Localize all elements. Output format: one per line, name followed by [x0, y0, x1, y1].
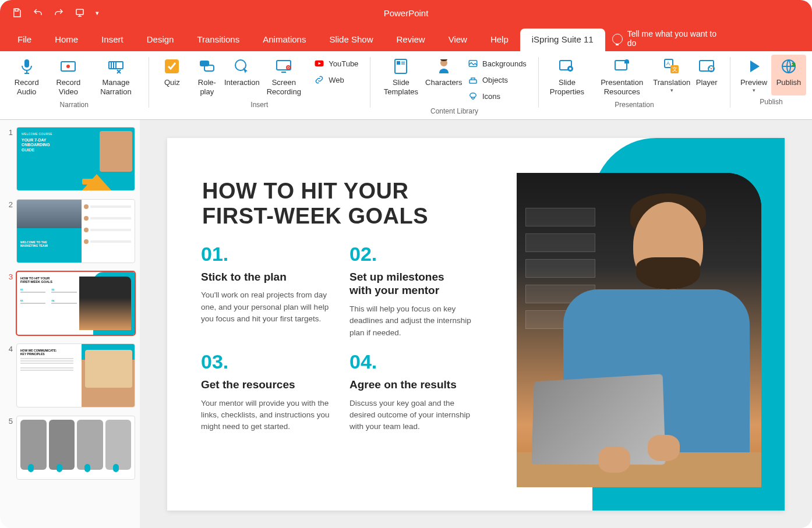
scissors-film-icon — [107, 57, 125, 76]
tab-slideshow[interactable]: Slide Show — [317, 29, 384, 51]
player-icon — [697, 57, 716, 76]
tab-file[interactable]: File — [6, 29, 43, 51]
characters-button[interactable]: Characters — [426, 55, 462, 105]
slide-templates-button[interactable]: Slide Templates — [376, 55, 425, 105]
objects-button[interactable]: Objects — [465, 73, 510, 86]
web-button[interactable]: Web — [312, 73, 347, 86]
manage-narration-button[interactable]: Manage Narration — [89, 55, 142, 98]
svg-rect-20 — [469, 80, 476, 83]
qat-customize-icon[interactable]: ▾ — [96, 9, 99, 17]
slide-title[interactable]: HOW TO HIT YOUR FIRST-WEEK GOALS — [202, 179, 428, 229]
goal-item[interactable]: 02. Set up milestones with your mentor T… — [349, 243, 481, 339]
preview-button[interactable]: Preview ▾ — [736, 55, 771, 95]
presentation-resources-button[interactable]: Presentation Resources — [589, 55, 654, 98]
youtube-button[interactable]: YouTube — [312, 57, 361, 70]
publish-button[interactable]: Publish — [771, 55, 806, 95]
svg-point-34 — [712, 67, 714, 68]
svg-text:A: A — [666, 61, 670, 66]
group-title-content: Content Library — [430, 105, 478, 119]
record-audio-button[interactable]: Record Audio — [6, 55, 47, 98]
undo-icon[interactable] — [33, 8, 43, 18]
svg-rect-0 — [15, 9, 18, 11]
thumb-number: 4 — [5, 343, 13, 407]
redo-icon[interactable] — [54, 8, 64, 18]
slide-properties-button[interactable]: Slide Properties — [545, 55, 590, 98]
camera-icon — [59, 57, 77, 76]
tab-insert[interactable]: Insert — [90, 29, 135, 51]
group-title-insert: Insert — [250, 98, 268, 112]
svg-point-21 — [470, 93, 476, 98]
goal-item[interactable]: 01. Stick to the plan You'll work on rea… — [201, 243, 332, 339]
tab-ispring[interactable]: iSpring Suite 11 — [520, 29, 605, 51]
save-icon[interactable] — [12, 8, 22, 18]
thumb-number: 2 — [5, 199, 13, 263]
slide-photo — [517, 173, 761, 487]
checkmark-icon — [163, 57, 181, 76]
slide-thumbnail-3[interactable]: HOW TO HIT YOUR FIRST-WEEK GOALS 01.02. … — [16, 271, 135, 335]
objects-icon — [468, 75, 478, 85]
slide-thumbnail-1[interactable]: WELCOME COURSE YOUR 7-DAY ONBOARDING GUI… — [16, 127, 135, 191]
group-title-narration: Narration — [60, 98, 89, 112]
svg-text:文: 文 — [672, 66, 677, 72]
translation-icon: A文 — [662, 57, 681, 76]
youtube-icon — [314, 58, 324, 69]
quiz-button[interactable]: Quiz — [154, 55, 189, 98]
slide-thumbnail-2[interactable]: WELCOME TO THE MARKETING TEAM! — [16, 199, 135, 263]
slideshow-from-start-icon[interactable] — [75, 8, 85, 18]
microphone-icon — [17, 57, 36, 76]
character-icon — [435, 57, 453, 76]
interaction-icon — [232, 57, 251, 76]
svg-rect-16 — [401, 62, 405, 63]
roleplay-button[interactable]: Role-play — [189, 55, 224, 98]
svg-point-4 — [66, 65, 70, 68]
player-button[interactable]: Player — [689, 55, 724, 98]
group-title-presentation: Presentation — [615, 98, 654, 112]
backgrounds-icon — [468, 58, 478, 69]
link-icon — [314, 75, 324, 85]
svg-point-12 — [288, 67, 289, 68]
translation-button[interactable]: A文 Translation ▾ — [654, 55, 689, 98]
svg-rect-2 — [24, 59, 29, 68]
speech-bubbles-icon — [197, 57, 216, 76]
chevron-down-icon: ▾ — [670, 87, 673, 93]
interaction-button[interactable]: Interaction — [224, 55, 259, 98]
svg-point-32 — [711, 68, 712, 69]
tab-design[interactable]: Design — [135, 29, 186, 51]
chevron-down-icon: ▾ — [753, 87, 755, 93]
group-title-publish: Publish — [760, 95, 782, 109]
app-title: PowerPoint — [384, 8, 429, 18]
icons-icon — [468, 91, 478, 101]
backgrounds-button[interactable]: Backgrounds — [465, 57, 529, 70]
template-icon — [391, 57, 410, 76]
resources-icon — [613, 57, 631, 76]
svg-rect-17 — [401, 63, 405, 65]
thumb-number: 3 — [5, 271, 13, 335]
tab-view[interactable]: View — [437, 29, 479, 51]
slide-thumbnail-4[interactable]: HOW WE COMMUNICATE: KEY PRINCIPLES — [16, 343, 135, 407]
slide-thumbnails-panel: 1 WELCOME COURSE YOUR 7-DAY ONBOARDING G… — [0, 120, 140, 528]
slide-canvas[interactable]: HOW TO HIT YOUR FIRST-WEEK GOALS 01. Sti… — [140, 120, 812, 528]
goal-item[interactable]: 04. Agree on the results Discuss your ke… — [349, 350, 481, 433]
tab-home[interactable]: Home — [43, 29, 90, 51]
record-video-button[interactable]: Record Video — [47, 55, 89, 98]
lightbulb-icon — [612, 34, 623, 44]
icons-button[interactable]: Icons — [465, 90, 503, 102]
tab-animations[interactable]: Animations — [251, 29, 317, 51]
goal-item[interactable]: 03. Get the resources Your mentor will p… — [201, 350, 332, 433]
svg-point-33 — [709, 67, 710, 68]
tab-transitions[interactable]: Transitions — [185, 29, 251, 51]
tab-help[interactable]: Help — [479, 29, 520, 51]
monitor-record-icon — [274, 57, 293, 76]
slide[interactable]: HOW TO HIT YOUR FIRST-WEEK GOALS 01. Sti… — [167, 138, 785, 511]
screen-recording-button[interactable]: Screen Recording — [259, 55, 308, 98]
thumb-number: 1 — [5, 127, 13, 191]
play-icon — [744, 57, 763, 76]
tab-review[interactable]: Review — [384, 29, 436, 51]
tell-me-search[interactable]: Tell me what you want to do — [605, 30, 728, 51]
slide-thumbnail-5[interactable] — [16, 416, 135, 480]
svg-rect-1 — [76, 9, 83, 15]
svg-rect-15 — [397, 61, 400, 65]
tell-me-label: Tell me what you want to do — [627, 30, 721, 48]
svg-point-24 — [569, 68, 571, 70]
properties-icon — [557, 57, 576, 76]
